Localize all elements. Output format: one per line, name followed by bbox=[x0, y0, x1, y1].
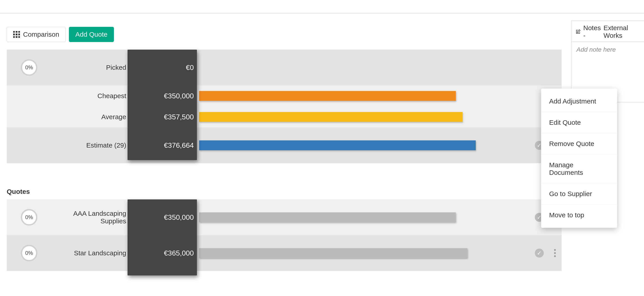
value-column-backdrop bbox=[128, 199, 197, 276]
average-label: Average bbox=[52, 113, 128, 121]
comparison-button[interactable]: Comparison bbox=[7, 27, 66, 42]
notes-title-subject: External Works bbox=[604, 24, 640, 39]
quote-actions-menu-trigger[interactable] bbox=[554, 249, 556, 257]
quote-bar bbox=[199, 248, 468, 258]
cheapest-bar bbox=[199, 91, 456, 101]
average-bar bbox=[199, 112, 462, 122]
estimate-bar bbox=[199, 140, 476, 150]
cheapest-bar-cell bbox=[199, 91, 530, 101]
quote-label: Star Landscaping bbox=[52, 249, 128, 257]
menu-item-add-adjustment[interactable]: Add Adjustment bbox=[541, 91, 617, 112]
quote-bar-cell bbox=[199, 248, 530, 258]
average-bar-cell bbox=[199, 112, 530, 122]
quote-pick-toggle[interactable]: ✓ bbox=[535, 249, 544, 258]
quote-label: AAA Landscaping Supplies bbox=[52, 210, 128, 225]
estimate-bar-cell bbox=[199, 140, 530, 150]
menu-item-edit-quote[interactable]: Edit Quote bbox=[541, 112, 617, 133]
quote-row: 0% Star Landscaping €365,000 ✓ bbox=[7, 235, 562, 271]
notes-title-prefix: Notes - bbox=[583, 24, 601, 39]
picked-bar-cell bbox=[199, 63, 530, 72]
picked-percent-badge: 0% bbox=[21, 59, 37, 76]
summary-row-picked: 0% Picked €0 bbox=[7, 50, 562, 85]
quote-bar-cell bbox=[199, 212, 530, 222]
estimate-value: €376,664 bbox=[128, 141, 199, 150]
cheapest-label: Cheapest bbox=[52, 92, 128, 100]
quote-value: €350,000 bbox=[128, 213, 199, 222]
grid-icon bbox=[13, 31, 20, 38]
divider bbox=[0, 13, 644, 13]
picked-label: Picked bbox=[52, 64, 128, 71]
quote-rows: 0% AAA Landscaping Supplies €350,000 ✓ 0… bbox=[7, 199, 562, 271]
add-quote-button-label: Add Quote bbox=[76, 31, 108, 38]
summary-row-average: Average €357,500 bbox=[7, 106, 562, 127]
quote-percent-badge: 0% bbox=[21, 245, 37, 261]
quotes-heading: Quotes bbox=[7, 188, 30, 195]
estimate-label: Estimate (29) bbox=[52, 142, 128, 149]
menu-item-remove-quote[interactable]: Remove Quote bbox=[541, 133, 617, 154]
summary-row-cheapest: Cheapest €350,000 bbox=[7, 85, 562, 106]
menu-item-go-to-supplier[interactable]: Go to Supplier bbox=[541, 183, 617, 204]
add-quote-button[interactable]: Add Quote bbox=[69, 27, 114, 42]
edit-icon bbox=[576, 29, 581, 35]
cheapest-value: €350,000 bbox=[128, 92, 199, 100]
summary-rows: 0% Picked €0 Cheapest €350,000 Average €… bbox=[7, 50, 562, 163]
quote-bar bbox=[199, 212, 456, 222]
quote-row: 0% AAA Landscaping Supplies €350,000 ✓ bbox=[7, 199, 562, 235]
quote-value: €365,000 bbox=[128, 249, 199, 257]
quote-actions-menu: Add Adjustment Edit Quote Remove Quote M… bbox=[541, 88, 617, 228]
average-value: €357,500 bbox=[128, 113, 199, 121]
comparison-button-label: Comparison bbox=[23, 31, 59, 38]
menu-item-manage-documents[interactable]: Manage Documents bbox=[541, 154, 617, 183]
summary-row-estimate: Estimate (29) €376,664 ✓ bbox=[7, 127, 562, 163]
toolbar: Comparison Add Quote bbox=[7, 27, 114, 42]
menu-item-move-to-top[interactable]: Move to top bbox=[541, 204, 617, 226]
picked-value: €0 bbox=[128, 63, 199, 72]
notes-header: Notes - External Works bbox=[572, 20, 644, 41]
quote-percent-badge: 0% bbox=[21, 209, 37, 226]
